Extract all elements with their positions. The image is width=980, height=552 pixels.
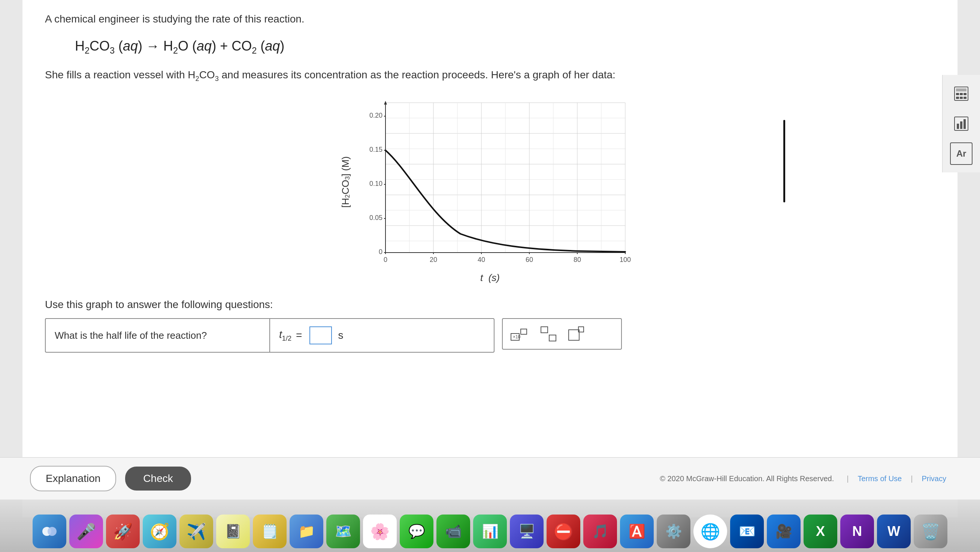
dock: 🎤 🚀 🧭 ✈️ 📓 🗒️ 📁 🗺️ 🌸 💬 📹 📊 🖥️ (0, 499, 980, 552)
dock-screenshare[interactable]: 🖥️ (510, 515, 544, 548)
chart-icon[interactable] (950, 112, 972, 135)
svg-rect-50 (541, 327, 548, 333)
x-axis-label: t (s) (480, 272, 500, 284)
description-text: She fills a reaction vessel with H2CO3 a… (45, 67, 935, 84)
superscript-btn[interactable]: ×10 (510, 326, 529, 342)
svg-rect-51 (549, 335, 556, 341)
dock-prohibited[interactable]: ⛔ (547, 515, 580, 548)
bottom-bar: Explanation Check © 2020 McGraw-Hill Edu… (0, 457, 980, 499)
answer-row: What is the half life of the reaction? t… (45, 318, 935, 353)
svg-rect-57 (960, 93, 963, 95)
svg-text:0.10: 0.10 (369, 180, 382, 187)
privacy-link[interactable]: Privacy (921, 474, 946, 483)
svg-rect-56 (956, 93, 959, 95)
answer-prefix: t1/2 (279, 329, 291, 343)
question-intro: A chemical engineer is studying the rate… (45, 11, 935, 27)
svg-rect-48 (521, 329, 527, 334)
dock-onenote[interactable]: N (840, 515, 874, 548)
svg-text:0.15: 0.15 (369, 146, 382, 153)
svg-rect-64 (960, 121, 963, 129)
dock-facetime[interactable]: 📹 (436, 515, 470, 548)
fraction-btn[interactable] (540, 326, 557, 342)
dock-siri[interactable]: 🎤 (69, 515, 103, 548)
dock-word[interactable]: W (877, 515, 911, 548)
svg-text:0.20: 0.20 (369, 112, 382, 119)
svg-text:60: 60 (526, 256, 533, 263)
dock-stickies[interactable]: 🗒️ (253, 515, 286, 548)
right-sidebar: Ar (942, 75, 980, 172)
svg-rect-52 (569, 330, 579, 340)
check-button[interactable]: Check (125, 467, 191, 491)
calculator-icon[interactable] (950, 83, 972, 105)
dock-maps[interactable]: 🗺️ (326, 515, 360, 548)
svg-text:×10: ×10 (513, 334, 521, 340)
decoration-line (783, 120, 785, 203)
svg-rect-58 (964, 93, 967, 95)
dock-outlook[interactable]: 📧 (730, 515, 764, 548)
answer-input[interactable] (309, 326, 332, 345)
svg-rect-60 (960, 97, 963, 99)
question-box: What is the half life of the reaction? t… (45, 318, 495, 353)
dock-launchpad[interactable]: 🚀 (106, 515, 140, 548)
svg-text:20: 20 (430, 256, 437, 263)
dock-photos[interactable]: 🌸 (363, 515, 397, 548)
chemical-equation: H2CO3 (aq) → H2O (aq) + CO2 (aq) (75, 38, 935, 56)
answer-unit: s (338, 329, 343, 341)
dock-zoom[interactable]: 🎥 (767, 515, 800, 548)
dock-notes2[interactable]: 📓 (216, 515, 250, 548)
dock-files[interactable]: 📁 (290, 515, 323, 548)
graph-svg: 0 0.05 0.10 0.15 0.20 0 20 40 60 (355, 95, 640, 268)
svg-text:40: 40 (478, 256, 485, 263)
svg-text:100: 100 (620, 256, 631, 263)
math-toolbar: ×10 (502, 318, 622, 349)
graph-container: [H2CO3] (M) (45, 95, 935, 284)
answer-area: t1/2 = s (270, 319, 494, 352)
svg-rect-59 (956, 97, 959, 99)
use-graph-text: Use this graph to answer the following q… (45, 299, 935, 311)
dock-messages[interactable]: 💬 (400, 515, 433, 548)
dock-notes[interactable]: ✈️ (180, 515, 213, 548)
dock-excel[interactable]: X (803, 515, 837, 548)
dock-finder[interactable] (33, 515, 66, 548)
svg-rect-61 (964, 97, 967, 99)
superscript-btn2[interactable] (568, 326, 584, 342)
dock-sysprefs[interactable]: ⚙️ (657, 515, 690, 548)
svg-text:0: 0 (379, 248, 382, 255)
svg-text:80: 80 (574, 256, 581, 263)
copyright-text: © 2020 McGraw-Hill Education. All Rights… (660, 474, 834, 483)
graph-area: [H2CO3] (M) (340, 95, 640, 269)
dock-numbers[interactable]: 📊 (473, 515, 507, 548)
y-axis-label: [H2CO3] (M) (340, 156, 352, 207)
svg-text:0: 0 (383, 256, 387, 263)
equals-sign: = (296, 329, 302, 341)
question-label: What is the half life of the reaction? (46, 319, 270, 352)
graph-svg-wrapper: 0 0.05 0.10 0.15 0.20 0 20 40 60 (355, 95, 640, 269)
dock-chrome[interactable]: 🌐 (694, 515, 727, 548)
dock-appstore[interactable]: 🅰️ (620, 515, 654, 548)
svg-rect-65 (964, 119, 966, 129)
terms-link[interactable]: Terms of Use (858, 474, 902, 483)
periodic-table-icon[interactable]: Ar (950, 142, 972, 165)
svg-point-67 (48, 527, 57, 536)
svg-rect-55 (956, 88, 967, 91)
dock-safari[interactable]: 🧭 (143, 515, 177, 548)
svg-text:0.05: 0.05 (369, 214, 382, 222)
main-content: A chemical engineer is studying the rate… (22, 0, 958, 517)
svg-rect-63 (957, 124, 959, 129)
dock-trash[interactable]: 🗑️ (914, 515, 947, 548)
explanation-button[interactable]: Explanation (30, 466, 116, 491)
dock-music[interactable]: 🎵 (583, 515, 617, 548)
